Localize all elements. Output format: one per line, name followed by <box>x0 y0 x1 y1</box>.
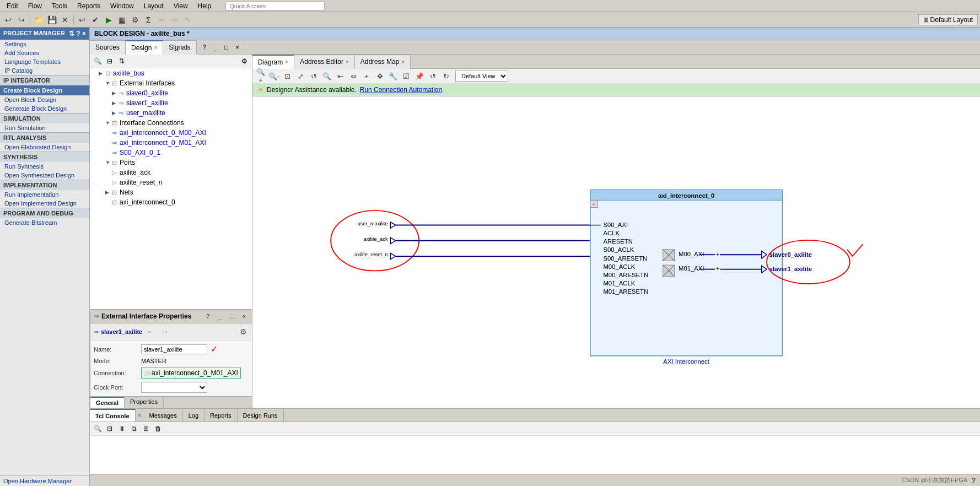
sidebar-item-run-impl[interactable]: Run Implementation <box>0 190 89 199</box>
prop-settings-btn[interactable]: ⚙ <box>237 326 249 338</box>
sidebar-item-open-bd[interactable]: Open Block Design <box>0 95 89 104</box>
sidebar-item-open-synth[interactable]: Open Synthesized Design <box>0 171 89 180</box>
diag-zoom-in-btn[interactable]: 🔍+ <box>255 70 267 82</box>
tree-nets[interactable]: ▶ ⊡ Nets <box>90 187 252 197</box>
diag-fit-btn[interactable]: ⊡ <box>281 70 293 82</box>
check-btn[interactable]: ✔ <box>89 14 101 26</box>
console-collapse-btn[interactable]: ⊟ <box>104 423 115 434</box>
console-expand-btn[interactable]: ⊞ <box>141 423 152 434</box>
diag-check-btn[interactable]: ☑ <box>400 70 412 82</box>
tree-ports[interactable]: ▼ ⊡ Ports <box>90 158 252 168</box>
src-collapse-btn[interactable]: ⊟ <box>104 56 115 67</box>
save-btn[interactable]: 💾 <box>46 14 58 26</box>
prop-help-btn[interactable]: ? <box>203 311 213 321</box>
prop-minimize-btn[interactable]: _ <box>215 311 225 321</box>
tab-minimize-btn[interactable]: _ <box>210 42 221 53</box>
sidebar-item-open-elab[interactable]: Open Elaborated Design <box>0 143 89 152</box>
tab-design-close[interactable]: × <box>154 45 157 51</box>
console-tab-messages[interactable]: Messages <box>144 409 183 422</box>
diag-expand-btn[interactable]: ⤢ <box>294 70 306 82</box>
cut-btn[interactable]: ✂ <box>155 14 168 26</box>
diag-align-left-btn[interactable]: ⇤ <box>334 70 346 82</box>
console-copy-btn[interactable]: ⧉ <box>128 423 139 434</box>
run-btn[interactable]: ▶ <box>103 14 115 26</box>
tree-axi-interconnect[interactable]: ⊡ axi_interconnect_0 <box>90 197 252 207</box>
prop-clock-select[interactable] <box>141 382 207 393</box>
console-tab-log[interactable]: Log <box>183 409 204 422</box>
tab-address-map[interactable]: Address Map × <box>355 55 411 69</box>
src-expand-btn[interactable]: ⇅ <box>116 56 127 67</box>
tab-addr-map-close[interactable]: × <box>401 59 405 65</box>
tree-user-maxilite[interactable]: ▶ ⇒ user_maxilite <box>90 108 252 118</box>
prop-back-btn[interactable]: ← <box>144 326 157 338</box>
view-select[interactable]: Default View <box>455 71 508 82</box>
console-search-btn[interactable]: 🔍 <box>92 423 103 434</box>
open-btn[interactable]: 📁 <box>33 14 45 26</box>
prop-tab-properties[interactable]: Properties <box>125 397 164 408</box>
menu-help[interactable]: Help <box>193 1 216 11</box>
menu-view[interactable]: View <box>169 1 192 11</box>
tab-addr-editor-close[interactable]: × <box>346 59 349 65</box>
menu-flow[interactable]: Flow <box>24 1 46 11</box>
diag-refresh-btn[interactable]: ↺ <box>308 70 320 82</box>
quick-access-input[interactable] <box>225 2 325 10</box>
sidebar-item-lang-templates[interactable]: Language Templates <box>0 57 89 66</box>
tab-maximize-btn[interactable]: □ <box>221 42 232 53</box>
edit3-btn[interactable]: ✎ <box>182 14 194 26</box>
prop-forward-btn[interactable]: → <box>159 326 171 338</box>
sidebar-item-create-bd[interactable]: Create Block Design <box>0 85 89 95</box>
gear-btn[interactable]: ⚙ <box>129 14 141 26</box>
prop-close-btn[interactable]: × <box>239 311 249 321</box>
sidebar-item-gen-bitstream[interactable]: Generate Bitstream <box>0 218 89 227</box>
console-tab-design-runs[interactable]: Design Runs <box>238 409 284 422</box>
console-clear-btn[interactable]: 🗑 <box>153 423 164 434</box>
menu-reports[interactable]: Reports <box>73 1 105 11</box>
console-tab-tcl[interactable]: Tcl Console <box>90 409 136 422</box>
sidebar-item-run-synth[interactable]: Run Synthesis <box>0 162 89 171</box>
sigma-btn[interactable]: Σ <box>142 14 154 26</box>
prop-maximize-btn[interactable]: □ <box>227 311 237 321</box>
prop-tab-general[interactable]: General <box>90 397 125 408</box>
layout-button[interactable]: ⊞ Default Layout <box>918 14 978 25</box>
diag-move-btn[interactable]: ✥ <box>374 70 386 82</box>
tree-slaver1[interactable]: ▶ ⇒ slaver1_axilite <box>90 98 252 108</box>
tab-sources[interactable]: Sources <box>90 40 126 55</box>
sidebar-controls[interactable]: ⇅ ? × <box>69 30 86 37</box>
tab-close-btn[interactable]: × <box>232 42 243 53</box>
back-btn[interactable]: ↩ <box>76 14 88 26</box>
src-search-btn[interactable]: 🔍 <box>92 56 103 67</box>
console-pause-btn[interactable]: ⏸ <box>116 423 127 434</box>
tree-conn0[interactable]: ⇒ axi_interconnect_0_M00_AXI <box>90 128 252 138</box>
prog-btn[interactable]: ▦ <box>116 14 128 26</box>
tab-design[interactable]: Design × <box>126 40 163 55</box>
tree-iface-conn[interactable]: ▼ ⊡ Interface Connections <box>90 118 252 128</box>
console-tab-reports[interactable]: Reports <box>204 409 238 422</box>
canvas-area[interactable]: user_maxilite axilite_ack axilite_reset_… <box>252 96 980 408</box>
tree-axilite-ack[interactable]: ▷ axilite_ack <box>90 168 252 177</box>
sidebar-item-add-sources[interactable]: Add Sources <box>0 48 89 57</box>
tree-slaver0[interactable]: ▶ ⇒ slaver0_axilite <box>90 88 252 98</box>
menu-layout[interactable]: Layout <box>139 1 168 11</box>
sidebar-item-settings[interactable]: Settings <box>0 40 89 48</box>
sidebar-item-hw-manager[interactable]: Open Hardware Manager <box>0 476 89 486</box>
tree-s00-axi[interactable]: ⇒ S00_AXI_0_1 <box>90 148 252 158</box>
diag-validate-btn[interactable]: ↺ <box>427 70 439 82</box>
menu-tools[interactable]: Tools <box>47 1 72 11</box>
tab-address-editor[interactable]: Address Editor × <box>294 55 355 69</box>
prop-conn-value[interactable]: ⬜ axi_interconnect_0_M01_AXI <box>141 368 241 379</box>
run-connection-link[interactable]: Run Connection Automation <box>360 86 442 94</box>
redo-btn[interactable]: ↪ <box>15 14 28 26</box>
diag-pin-btn[interactable]: 📌 <box>413 70 426 82</box>
diag-rotate-btn[interactable]: ↻ <box>440 70 452 82</box>
menu-window[interactable]: Window <box>106 1 138 11</box>
prop-name-input[interactable] <box>141 344 207 354</box>
diag-align-center-btn[interactable]: ⇔ <box>347 70 359 82</box>
tab-help-btn[interactable]: ? <box>199 42 210 53</box>
sidebar-item-run-sim[interactable]: Run Simulation <box>0 123 89 132</box>
diag-search-btn[interactable]: 🔍 <box>321 70 333 82</box>
tree-conn1[interactable]: ⇒ axi_interconnect_0_M01_AXI <box>90 138 252 148</box>
menu-edit[interactable]: Edit <box>2 1 23 11</box>
console-tab-tcl-close[interactable]: × <box>136 412 144 419</box>
tab-diagram[interactable]: Diagram × <box>252 55 294 69</box>
sidebar-item-ip-catalog[interactable]: IP Catalog <box>0 66 89 75</box>
